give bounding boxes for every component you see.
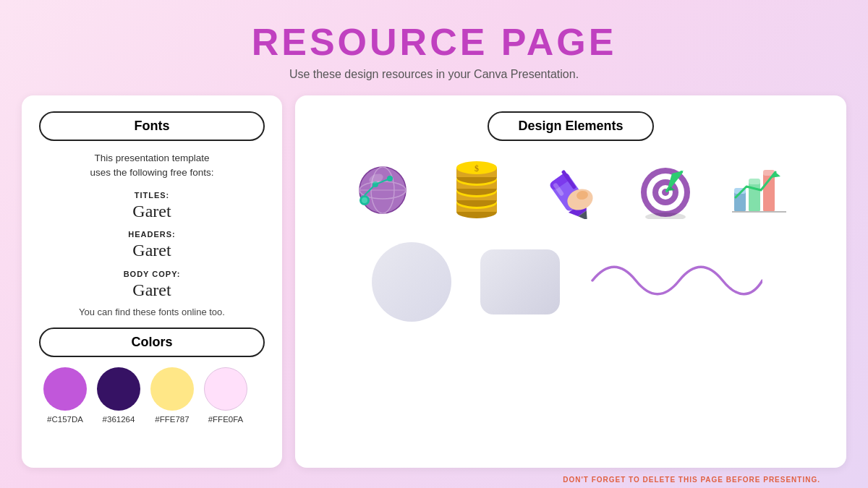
font-item-titles: TITLES: Garet (39, 188, 265, 222)
color-hex-pink: #FFE0FA (208, 415, 244, 424)
color-circle-yellow (150, 367, 194, 411)
color-swatch-dark: #361264 (97, 367, 140, 424)
target-icon (629, 155, 701, 221)
font-role-body: BODY COPY: (124, 270, 181, 278)
color-circle-dark (97, 367, 140, 411)
font-item-headers: HEADERS: Garet (39, 227, 265, 261)
fonts-label: Fonts (39, 111, 265, 141)
color-hex-yellow: #FFE787 (155, 415, 189, 424)
font-item-body: BODY COPY: Garet (39, 267, 265, 301)
color-circle-pink (204, 367, 247, 411)
rect-shape (480, 249, 560, 314)
svg-point-10 (387, 176, 393, 181)
color-circle-purple (43, 367, 87, 411)
page-title: RESOURCE PAGE (252, 20, 617, 64)
color-hex-dark: #361264 (103, 415, 135, 424)
font-name-titles: Garet (39, 201, 265, 222)
chart-icon (723, 155, 795, 221)
svg-text:$: $ (475, 163, 479, 174)
svg-rect-44 (749, 181, 760, 212)
icons-row: $ (317, 155, 825, 221)
color-hex-purple: #C157DA (47, 415, 83, 424)
footer: DON'T FORGET TO DELETE THIS PAGE BEFORE … (0, 468, 868, 488)
shapes-row (317, 242, 825, 322)
font-name-body: Garet (39, 280, 265, 301)
fonts-description: This presentation templateuses the follo… (39, 151, 265, 181)
right-panel: Design Elements (295, 95, 846, 468)
coins-icon: $ (441, 155, 513, 221)
circle-shape (372, 242, 451, 322)
color-swatch-pink: #FFE0FA (204, 367, 247, 424)
main-content: Fonts This presentation templateuses the… (0, 95, 868, 468)
font-name-headers: Garet (39, 240, 265, 261)
color-swatches: #C157DA #361264 #FFE787 #FFE0FA (39, 367, 265, 424)
colors-label: Colors (39, 328, 265, 357)
design-elements-label: Design Elements (488, 111, 653, 141)
font-role-headers: HEADERS: (128, 230, 175, 239)
svg-rect-46 (763, 172, 775, 212)
footer-note: DON'T FORGET TO DELETE THIS PAGE BEFORE … (563, 471, 842, 488)
svg-point-6 (362, 197, 367, 203)
pencil-icon (535, 155, 607, 221)
page-subtitle: Use these design resources in your Canva… (252, 68, 617, 81)
color-swatch-yellow: #FFE787 (150, 367, 194, 424)
color-swatch-purple: #C157DA (43, 367, 87, 424)
fonts-footer: You can find these fonts online too. (39, 307, 265, 317)
font-role-titles: TITLES: (135, 191, 170, 200)
page-header: RESOURCE PAGE Use these design resources… (252, 0, 617, 88)
left-panel: Fonts This presentation templateuses the… (22, 95, 282, 468)
wave-shape (589, 259, 770, 305)
globe-icon (346, 155, 419, 221)
svg-point-41 (645, 213, 686, 219)
svg-rect-45 (749, 179, 760, 184)
